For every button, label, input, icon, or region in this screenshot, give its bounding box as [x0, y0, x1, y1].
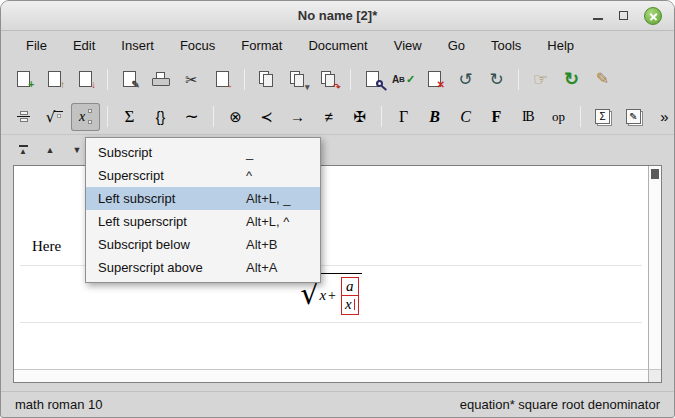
greek-letter-icon-glyph: Γ [399, 109, 408, 125]
jump-to-top-icon[interactable]: ▲ [11, 139, 35, 161]
maximize-button[interactable] [619, 11, 628, 20]
redo-icon[interactable]: ↻ [482, 65, 511, 93]
toolbar-separator [350, 69, 351, 90]
horizontal-scrollbar[interactable] [14, 369, 648, 382]
wide-accent-icon-glyph: ∼ [184, 108, 198, 125]
menu-document[interactable]: Document [297, 35, 378, 56]
overlay-glyph: ✎ [132, 80, 140, 90]
main-toolbar: +↑↓✎✂→▾↷AB✓✕↺↻☞↻✎ [1, 59, 674, 99]
edit-source-icon-art: ✎ [123, 71, 136, 87]
toolbar-separator [518, 69, 519, 90]
bold-math-icon[interactable]: B [420, 103, 449, 131]
paste-icon[interactable]: ▾ [283, 65, 312, 93]
equation-variable: x [319, 287, 326, 304]
copy-icon[interactable] [252, 65, 281, 93]
pointer-hand-icon[interactable]: ☞ [526, 65, 555, 93]
pointer-hand-icon-glyph: ☞ [533, 71, 548, 88]
close-button[interactable] [644, 7, 662, 25]
export-icon[interactable]: → [208, 65, 237, 93]
menu-edit[interactable]: Edit [62, 35, 106, 56]
operator-name-icon[interactable]: op [544, 103, 573, 131]
insert-big-sum-icon[interactable]: Σ [588, 103, 617, 131]
stop-icon[interactable]: ✕ [420, 65, 449, 93]
save-document-icon[interactable]: ↓ [71, 65, 100, 93]
menu-focus[interactable]: Focus [169, 35, 226, 56]
wide-accent-icon[interactable]: ∼ [177, 103, 206, 131]
blackboard-bold-icon[interactable]: IB [513, 103, 542, 131]
annotate-hand-icon-glyph: ✎ [596, 71, 609, 87]
neq-icon[interactable]: ≠ [314, 103, 343, 131]
spellcheck-icon[interactable]: AB✓ [389, 65, 418, 93]
prec-icon[interactable]: ≺ [252, 103, 281, 131]
annotate-hand-icon[interactable]: ✎ [588, 65, 617, 93]
reload-icon[interactable]: ↻ [557, 65, 586, 93]
vertical-scrollbar[interactable] [648, 166, 661, 369]
find-icon[interactable] [358, 65, 387, 93]
menu-item-label: Superscript [98, 168, 246, 183]
open-document-icon-art: ↑ [48, 71, 61, 87]
maltese-icon[interactable]: ✠ [345, 103, 374, 131]
overlay-glyph: ↑ [60, 80, 65, 90]
rightarrow-icon[interactable]: → [283, 103, 312, 131]
menu-item-superscript-above[interactable]: Superscript above Alt+A [86, 256, 320, 279]
replace-icon[interactable]: ↷ [314, 65, 343, 93]
sqrt-radicand: x + a x [317, 273, 361, 315]
menu-item-label: Subscript below [98, 237, 246, 252]
menu-item-superscript[interactable]: Superscript ^ [86, 164, 320, 187]
triangle-up: ▲ [19, 148, 27, 156]
fraction-numerator: a [341, 277, 359, 296]
letter-a: A [392, 74, 399, 85]
neq-icon-glyph: ≠ [324, 109, 332, 124]
big-operator-icon[interactable]: Σ [115, 103, 144, 131]
big-operator-icon-glyph: Σ [125, 108, 135, 125]
fraktur-icon[interactable]: F [482, 103, 511, 131]
open-document-icon[interactable]: ↑ [40, 65, 69, 93]
menu-item-label: Left superscript [98, 214, 246, 229]
fraction-icon[interactable] [9, 103, 38, 131]
menu-format[interactable]: Format [230, 35, 293, 56]
menu-item-left-subscript[interactable]: Left subscript Alt+L, _ [86, 187, 320, 210]
focus-up-icon[interactable]: ▲ [38, 139, 62, 161]
toolbar-separator [213, 106, 214, 127]
export-icon-art: → [216, 71, 229, 87]
menu-item-subscript-below[interactable]: Subscript below Alt+B [86, 233, 320, 256]
cut-icon[interactable]: ✂ [177, 65, 206, 93]
edit-macro-icon[interactable]: ✎ [619, 103, 648, 131]
titlebar[interactable]: No name [2]* [1, 1, 674, 31]
vertical-scrollbar-thumb[interactable] [651, 169, 659, 179]
otimes-icon[interactable]: ⊗ [221, 103, 250, 131]
copy-icon-art [259, 71, 275, 88]
greek-letter-icon[interactable]: Γ [389, 103, 418, 131]
menu-file[interactable]: File [15, 35, 58, 56]
menu-insert[interactable]: Insert [110, 35, 165, 56]
spellcheck-icon-art: AB✓ [392, 73, 415, 86]
operator-name-icon-glyph: op [552, 110, 565, 123]
menu-item-subscript[interactable]: Subscript _ [86, 141, 320, 164]
braces-icon[interactable]: {} [146, 103, 175, 131]
menu-item-label: Superscript above [98, 260, 246, 275]
undo-icon[interactable]: ↺ [451, 65, 480, 93]
focus-down-icon-glyph: ▼ [73, 146, 82, 155]
toolbar-overflow-icon[interactable]: » [650, 103, 675, 131]
menu-item-left-superscript[interactable]: Left superscript Alt+L, ^ [86, 210, 320, 233]
scripts-icon[interactable]: x [71, 103, 100, 131]
minimize-button[interactable] [593, 12, 603, 20]
menu-view[interactable]: View [383, 35, 433, 56]
new-document-icon[interactable]: + [9, 65, 38, 93]
menu-tools[interactable]: Tools [480, 35, 532, 56]
bold-math-icon-glyph: B [429, 109, 440, 125]
subscript-cell [88, 120, 92, 124]
edit-source-icon[interactable]: ✎ [115, 65, 144, 93]
menu-help[interactable]: Help [536, 35, 585, 56]
calligraphic-icon[interactable]: C [451, 103, 480, 131]
print-icon[interactable] [146, 65, 175, 93]
window-controls [593, 1, 662, 30]
menu-item-shortcut: Alt+L, _ [246, 191, 290, 206]
radical-bar [54, 111, 63, 120]
menu-go[interactable]: Go [437, 35, 476, 56]
square-root-icon[interactable]: √ [40, 103, 69, 131]
fraction-icon-art [17, 111, 30, 122]
blackboard-bold-icon-glyph: IB [522, 110, 533, 124]
menu-item-label: Left subscript [98, 191, 246, 206]
reload-icon-glyph: ↻ [564, 70, 579, 88]
